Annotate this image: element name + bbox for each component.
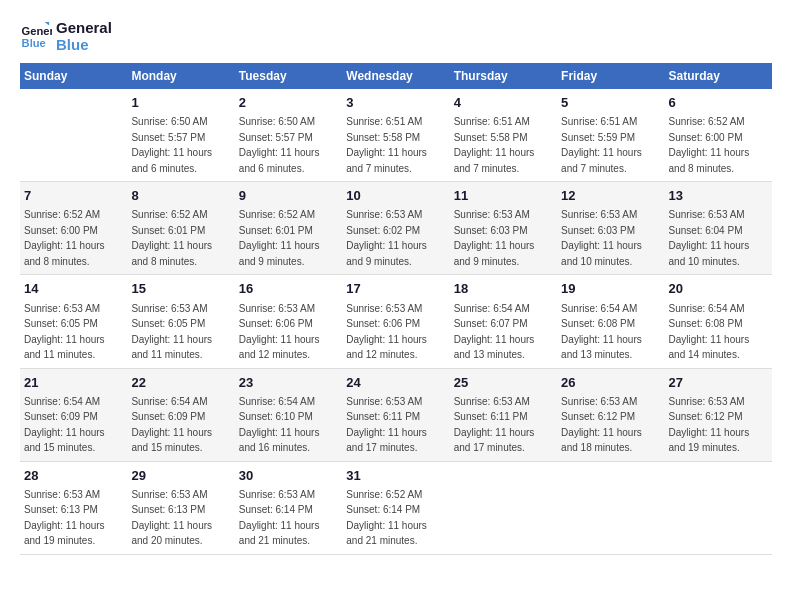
- calendar-cell: 5Sunrise: 6:51 AMSunset: 5:59 PMDaylight…: [557, 89, 664, 182]
- header-day-wednesday: Wednesday: [342, 63, 449, 89]
- day-info: Sunrise: 6:54 AMSunset: 6:07 PMDaylight:…: [454, 303, 535, 361]
- calendar-cell: 22Sunrise: 6:54 AMSunset: 6:09 PMDayligh…: [127, 368, 234, 461]
- day-number: 8: [131, 187, 230, 205]
- day-number: 21: [24, 374, 123, 392]
- day-info: Sunrise: 6:52 AMSunset: 6:00 PMDaylight:…: [24, 209, 105, 267]
- day-info: Sunrise: 6:53 AMSunset: 6:03 PMDaylight:…: [561, 209, 642, 267]
- logo-blue: Blue: [56, 37, 112, 54]
- day-info: Sunrise: 6:53 AMSunset: 6:11 PMDaylight:…: [346, 396, 427, 454]
- day-info: Sunrise: 6:53 AMSunset: 6:03 PMDaylight:…: [454, 209, 535, 267]
- calendar-cell: 23Sunrise: 6:54 AMSunset: 6:10 PMDayligh…: [235, 368, 342, 461]
- day-info: Sunrise: 6:52 AMSunset: 6:14 PMDaylight:…: [346, 489, 427, 547]
- calendar-cell: 13Sunrise: 6:53 AMSunset: 6:04 PMDayligh…: [665, 182, 772, 275]
- calendar-cell: 11Sunrise: 6:53 AMSunset: 6:03 PMDayligh…: [450, 182, 557, 275]
- svg-text:General: General: [22, 25, 52, 37]
- day-number: 12: [561, 187, 660, 205]
- day-info: Sunrise: 6:51 AMSunset: 5:59 PMDaylight:…: [561, 116, 642, 174]
- day-info: Sunrise: 6:53 AMSunset: 6:02 PMDaylight:…: [346, 209, 427, 267]
- day-number: 29: [131, 467, 230, 485]
- calendar-cell: 4Sunrise: 6:51 AMSunset: 5:58 PMDaylight…: [450, 89, 557, 182]
- day-number: 23: [239, 374, 338, 392]
- calendar-cell: 15Sunrise: 6:53 AMSunset: 6:05 PMDayligh…: [127, 275, 234, 368]
- calendar-cell: 3Sunrise: 6:51 AMSunset: 5:58 PMDaylight…: [342, 89, 449, 182]
- day-info: Sunrise: 6:53 AMSunset: 6:06 PMDaylight:…: [239, 303, 320, 361]
- day-info: Sunrise: 6:53 AMSunset: 6:13 PMDaylight:…: [131, 489, 212, 547]
- calendar-cell: 28Sunrise: 6:53 AMSunset: 6:13 PMDayligh…: [20, 461, 127, 554]
- day-number: 5: [561, 94, 660, 112]
- day-number: 6: [669, 94, 768, 112]
- header-day-sunday: Sunday: [20, 63, 127, 89]
- day-info: Sunrise: 6:51 AMSunset: 5:58 PMDaylight:…: [346, 116, 427, 174]
- day-info: Sunrise: 6:53 AMSunset: 6:11 PMDaylight:…: [454, 396, 535, 454]
- calendar-table: SundayMondayTuesdayWednesdayThursdayFrid…: [20, 63, 772, 555]
- day-number: 30: [239, 467, 338, 485]
- calendar-cell: 26Sunrise: 6:53 AMSunset: 6:12 PMDayligh…: [557, 368, 664, 461]
- day-number: 20: [669, 280, 768, 298]
- week-row-3: 14Sunrise: 6:53 AMSunset: 6:05 PMDayligh…: [20, 275, 772, 368]
- day-info: Sunrise: 6:50 AMSunset: 5:57 PMDaylight:…: [131, 116, 212, 174]
- day-info: Sunrise: 6:51 AMSunset: 5:58 PMDaylight:…: [454, 116, 535, 174]
- header-row: SundayMondayTuesdayWednesdayThursdayFrid…: [20, 63, 772, 89]
- header-day-friday: Friday: [557, 63, 664, 89]
- calendar-cell: 2Sunrise: 6:50 AMSunset: 5:57 PMDaylight…: [235, 89, 342, 182]
- calendar-cell: 27Sunrise: 6:53 AMSunset: 6:12 PMDayligh…: [665, 368, 772, 461]
- calendar-cell: 29Sunrise: 6:53 AMSunset: 6:13 PMDayligh…: [127, 461, 234, 554]
- calendar-cell: [557, 461, 664, 554]
- day-number: 9: [239, 187, 338, 205]
- calendar-cell: 16Sunrise: 6:53 AMSunset: 6:06 PMDayligh…: [235, 275, 342, 368]
- day-number: 26: [561, 374, 660, 392]
- day-info: Sunrise: 6:54 AMSunset: 6:09 PMDaylight:…: [24, 396, 105, 454]
- day-info: Sunrise: 6:50 AMSunset: 5:57 PMDaylight:…: [239, 116, 320, 174]
- calendar-cell: 6Sunrise: 6:52 AMSunset: 6:00 PMDaylight…: [665, 89, 772, 182]
- header-day-thursday: Thursday: [450, 63, 557, 89]
- day-number: 19: [561, 280, 660, 298]
- day-number: 16: [239, 280, 338, 298]
- day-number: 25: [454, 374, 553, 392]
- calendar-cell: 18Sunrise: 6:54 AMSunset: 6:07 PMDayligh…: [450, 275, 557, 368]
- calendar-cell: 10Sunrise: 6:53 AMSunset: 6:02 PMDayligh…: [342, 182, 449, 275]
- day-number: 28: [24, 467, 123, 485]
- day-info: Sunrise: 6:54 AMSunset: 6:08 PMDaylight:…: [669, 303, 750, 361]
- day-number: 14: [24, 280, 123, 298]
- week-row-4: 21Sunrise: 6:54 AMSunset: 6:09 PMDayligh…: [20, 368, 772, 461]
- day-number: 11: [454, 187, 553, 205]
- day-info: Sunrise: 6:54 AMSunset: 6:10 PMDaylight:…: [239, 396, 320, 454]
- calendar-cell: [665, 461, 772, 554]
- day-info: Sunrise: 6:53 AMSunset: 6:12 PMDaylight:…: [669, 396, 750, 454]
- calendar-cell: 24Sunrise: 6:53 AMSunset: 6:11 PMDayligh…: [342, 368, 449, 461]
- day-info: Sunrise: 6:52 AMSunset: 6:01 PMDaylight:…: [239, 209, 320, 267]
- calendar-cell: 25Sunrise: 6:53 AMSunset: 6:11 PMDayligh…: [450, 368, 557, 461]
- day-number: 31: [346, 467, 445, 485]
- day-number: 7: [24, 187, 123, 205]
- calendar-cell: [20, 89, 127, 182]
- day-number: 17: [346, 280, 445, 298]
- day-number: 10: [346, 187, 445, 205]
- week-row-2: 7Sunrise: 6:52 AMSunset: 6:00 PMDaylight…: [20, 182, 772, 275]
- week-row-1: 1Sunrise: 6:50 AMSunset: 5:57 PMDaylight…: [20, 89, 772, 182]
- logo-icon: General Blue: [20, 21, 52, 53]
- calendar-cell: 31Sunrise: 6:52 AMSunset: 6:14 PMDayligh…: [342, 461, 449, 554]
- day-number: 24: [346, 374, 445, 392]
- day-info: Sunrise: 6:53 AMSunset: 6:13 PMDaylight:…: [24, 489, 105, 547]
- day-info: Sunrise: 6:53 AMSunset: 6:04 PMDaylight:…: [669, 209, 750, 267]
- day-number: 3: [346, 94, 445, 112]
- calendar-cell: 12Sunrise: 6:53 AMSunset: 6:03 PMDayligh…: [557, 182, 664, 275]
- day-number: 15: [131, 280, 230, 298]
- week-row-5: 28Sunrise: 6:53 AMSunset: 6:13 PMDayligh…: [20, 461, 772, 554]
- calendar-cell: 1Sunrise: 6:50 AMSunset: 5:57 PMDaylight…: [127, 89, 234, 182]
- day-info: Sunrise: 6:52 AMSunset: 6:01 PMDaylight:…: [131, 209, 212, 267]
- day-number: 13: [669, 187, 768, 205]
- day-info: Sunrise: 6:54 AMSunset: 6:09 PMDaylight:…: [131, 396, 212, 454]
- day-info: Sunrise: 6:52 AMSunset: 6:00 PMDaylight:…: [669, 116, 750, 174]
- calendar-cell: [450, 461, 557, 554]
- day-number: 2: [239, 94, 338, 112]
- calendar-cell: 20Sunrise: 6:54 AMSunset: 6:08 PMDayligh…: [665, 275, 772, 368]
- day-info: Sunrise: 6:53 AMSunset: 6:12 PMDaylight:…: [561, 396, 642, 454]
- day-info: Sunrise: 6:54 AMSunset: 6:08 PMDaylight:…: [561, 303, 642, 361]
- day-info: Sunrise: 6:53 AMSunset: 6:06 PMDaylight:…: [346, 303, 427, 361]
- day-number: 4: [454, 94, 553, 112]
- calendar-cell: 19Sunrise: 6:54 AMSunset: 6:08 PMDayligh…: [557, 275, 664, 368]
- header-day-saturday: Saturday: [665, 63, 772, 89]
- day-info: Sunrise: 6:53 AMSunset: 6:05 PMDaylight:…: [131, 303, 212, 361]
- header-day-monday: Monday: [127, 63, 234, 89]
